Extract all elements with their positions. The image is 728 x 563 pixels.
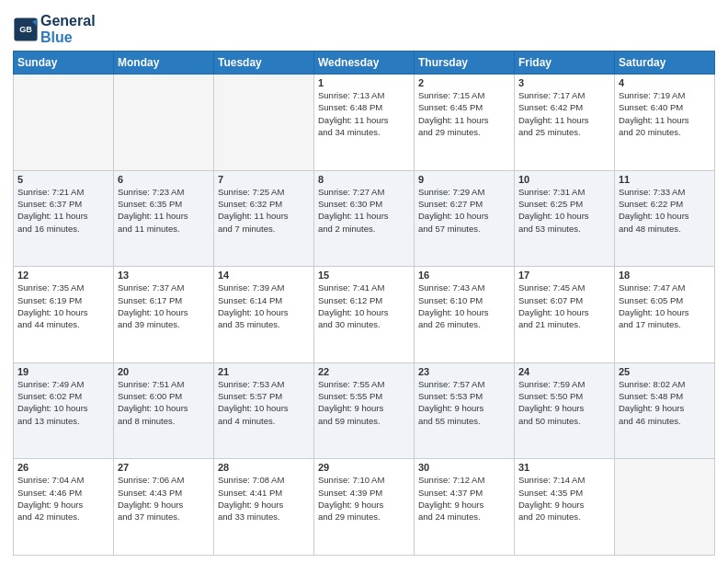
calendar-cell — [615, 459, 715, 556]
day-number: 7 — [218, 174, 310, 185]
day-detail: Sunrise: 7:53 AMSunset: 5:57 PMDaylight:… — [218, 378, 310, 427]
calendar-cell: 8Sunrise: 7:27 AMSunset: 6:30 PMDaylight… — [314, 170, 415, 267]
day-detail: Sunrise: 7:04 AMSunset: 4:46 PMDaylight:… — [17, 474, 109, 523]
logo: GB General Blue — [13, 13, 96, 45]
day-number: 4 — [619, 77, 711, 88]
calendar-cell: 31Sunrise: 7:14 AMSunset: 4:35 PMDayligh… — [515, 459, 615, 556]
day-detail: Sunrise: 7:29 AMSunset: 6:27 PMDaylight:… — [418, 186, 510, 235]
calendar-cell: 14Sunrise: 7:39 AMSunset: 6:14 PMDayligh… — [214, 267, 314, 363]
day-detail: Sunrise: 7:43 AMSunset: 6:10 PMDaylight:… — [418, 282, 510, 330]
calendar-cell: 9Sunrise: 7:29 AMSunset: 6:27 PMDaylight… — [415, 170, 515, 267]
calendar-cell — [214, 75, 314, 171]
calendar-cell: 2Sunrise: 7:15 AMSunset: 6:45 PMDaylight… — [415, 75, 515, 171]
day-detail: Sunrise: 7:14 AMSunset: 4:35 PMDaylight:… — [518, 474, 610, 523]
day-number: 29 — [318, 462, 410, 473]
calendar-cell: 19Sunrise: 7:49 AMSunset: 6:02 PMDayligh… — [14, 362, 114, 459]
day-detail: Sunrise: 7:33 AMSunset: 6:22 PMDaylight:… — [619, 186, 711, 235]
calendar-cell: 26Sunrise: 7:04 AMSunset: 4:46 PMDayligh… — [14, 459, 114, 556]
weekday-header-row: SundayMondayTuesdayWednesdayThursdayFrid… — [14, 52, 715, 75]
day-detail: Sunrise: 7:10 AMSunset: 4:39 PMDaylight:… — [318, 474, 410, 523]
logo-icon: GB — [13, 17, 39, 42]
weekday-header-tuesday: Tuesday — [214, 52, 314, 75]
calendar-cell: 27Sunrise: 7:06 AMSunset: 4:43 PMDayligh… — [114, 459, 214, 556]
day-detail: Sunrise: 7:27 AMSunset: 6:30 PMDaylight:… — [318, 186, 410, 235]
calendar-cell: 23Sunrise: 7:57 AMSunset: 5:53 PMDayligh… — [415, 362, 515, 459]
day-detail: Sunrise: 7:17 AMSunset: 6:42 PMDaylight:… — [518, 89, 610, 138]
day-detail: Sunrise: 7:06 AMSunset: 4:43 PMDaylight:… — [118, 474, 210, 523]
page: GB General Blue SundayMondayTuesdayWedne… — [0, 0, 728, 563]
day-number: 27 — [118, 462, 210, 473]
day-number: 18 — [619, 270, 711, 281]
day-number: 12 — [17, 270, 109, 281]
calendar-cell: 30Sunrise: 7:12 AMSunset: 4:37 PMDayligh… — [415, 459, 515, 556]
day-number: 23 — [418, 366, 510, 377]
day-detail: Sunrise: 7:35 AMSunset: 6:19 PMDaylight:… — [17, 282, 109, 330]
calendar-cell — [114, 75, 214, 171]
day-number: 10 — [518, 174, 610, 185]
day-number: 19 — [17, 366, 109, 377]
day-detail: Sunrise: 8:02 AMSunset: 5:48 PMDaylight:… — [619, 378, 711, 427]
calendar-cell: 17Sunrise: 7:45 AMSunset: 6:07 PMDayligh… — [515, 267, 615, 363]
calendar-cell: 28Sunrise: 7:08 AMSunset: 4:41 PMDayligh… — [214, 459, 314, 556]
week-row-5: 26Sunrise: 7:04 AMSunset: 4:46 PMDayligh… — [14, 459, 715, 556]
calendar-cell: 11Sunrise: 7:33 AMSunset: 6:22 PMDayligh… — [615, 170, 715, 267]
weekday-header-saturday: Saturday — [615, 52, 715, 75]
weekday-header-friday: Friday — [515, 52, 615, 75]
calendar-cell: 21Sunrise: 7:53 AMSunset: 5:57 PMDayligh… — [214, 362, 314, 459]
calendar-cell: 10Sunrise: 7:31 AMSunset: 6:25 PMDayligh… — [515, 170, 615, 267]
calendar-cell: 18Sunrise: 7:47 AMSunset: 6:05 PMDayligh… — [615, 267, 715, 363]
calendar-cell: 6Sunrise: 7:23 AMSunset: 6:35 PMDaylight… — [114, 170, 214, 267]
weekday-header-wednesday: Wednesday — [314, 52, 415, 75]
day-detail: Sunrise: 7:37 AMSunset: 6:17 PMDaylight:… — [118, 282, 210, 330]
calendar-cell: 7Sunrise: 7:25 AMSunset: 6:32 PMDaylight… — [214, 170, 314, 267]
day-detail: Sunrise: 7:49 AMSunset: 6:02 PMDaylight:… — [17, 378, 109, 427]
calendar-cell: 22Sunrise: 7:55 AMSunset: 5:55 PMDayligh… — [314, 362, 415, 459]
calendar-cell: 12Sunrise: 7:35 AMSunset: 6:19 PMDayligh… — [14, 267, 114, 363]
day-detail: Sunrise: 7:39 AMSunset: 6:14 PMDaylight:… — [218, 282, 310, 330]
day-number: 21 — [218, 366, 310, 377]
day-number: 28 — [218, 462, 310, 473]
calendar-cell: 13Sunrise: 7:37 AMSunset: 6:17 PMDayligh… — [114, 267, 214, 363]
svg-text:GB: GB — [19, 24, 32, 33]
calendar-cell: 24Sunrise: 7:59 AMSunset: 5:50 PMDayligh… — [515, 362, 615, 459]
day-detail: Sunrise: 7:41 AMSunset: 6:12 PMDaylight:… — [318, 282, 410, 330]
week-row-1: 1Sunrise: 7:13 AMSunset: 6:48 PMDaylight… — [14, 75, 715, 171]
day-number: 9 — [418, 174, 510, 185]
calendar-cell — [14, 75, 114, 171]
day-number: 5 — [17, 174, 109, 185]
day-number: 14 — [218, 270, 310, 281]
day-number: 31 — [518, 462, 610, 473]
day-detail: Sunrise: 7:57 AMSunset: 5:53 PMDaylight:… — [418, 378, 510, 427]
day-detail: Sunrise: 7:25 AMSunset: 6:32 PMDaylight:… — [218, 186, 310, 235]
day-detail: Sunrise: 7:55 AMSunset: 5:55 PMDaylight:… — [318, 378, 410, 427]
day-detail: Sunrise: 7:59 AMSunset: 5:50 PMDaylight:… — [518, 378, 610, 427]
day-detail: Sunrise: 7:21 AMSunset: 6:37 PMDaylight:… — [17, 186, 109, 235]
day-detail: Sunrise: 7:19 AMSunset: 6:40 PMDaylight:… — [619, 89, 711, 138]
day-detail: Sunrise: 7:12 AMSunset: 4:37 PMDaylight:… — [418, 474, 510, 523]
calendar-cell: 5Sunrise: 7:21 AMSunset: 6:37 PMDaylight… — [14, 170, 114, 267]
day-number: 13 — [118, 270, 210, 281]
day-detail: Sunrise: 7:15 AMSunset: 6:45 PMDaylight:… — [418, 89, 510, 138]
day-number: 3 — [518, 77, 610, 88]
day-number: 15 — [318, 270, 410, 281]
day-detail: Sunrise: 7:23 AMSunset: 6:35 PMDaylight:… — [118, 186, 210, 235]
week-row-3: 12Sunrise: 7:35 AMSunset: 6:19 PMDayligh… — [14, 267, 715, 363]
day-number: 26 — [17, 462, 109, 473]
day-number: 11 — [619, 174, 711, 185]
day-number: 17 — [518, 270, 610, 281]
day-number: 6 — [118, 174, 210, 185]
day-number: 1 — [318, 77, 410, 88]
day-number: 8 — [318, 174, 410, 185]
calendar-cell: 29Sunrise: 7:10 AMSunset: 4:39 PMDayligh… — [314, 459, 415, 556]
weekday-header-sunday: Sunday — [14, 52, 114, 75]
day-number: 22 — [318, 366, 410, 377]
weekday-header-thursday: Thursday — [415, 52, 515, 75]
day-number: 24 — [518, 366, 610, 377]
calendar-cell: 25Sunrise: 8:02 AMSunset: 5:48 PMDayligh… — [615, 362, 715, 459]
day-number: 16 — [418, 270, 510, 281]
day-detail: Sunrise: 7:31 AMSunset: 6:25 PMDaylight:… — [518, 186, 610, 235]
day-detail: Sunrise: 7:47 AMSunset: 6:05 PMDaylight:… — [619, 282, 711, 330]
day-number: 25 — [619, 366, 711, 377]
day-detail: Sunrise: 7:13 AMSunset: 6:48 PMDaylight:… — [318, 89, 410, 138]
day-number: 2 — [418, 77, 510, 88]
